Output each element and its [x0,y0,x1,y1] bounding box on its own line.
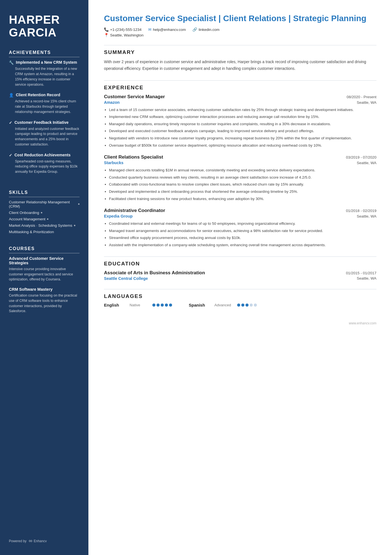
skill-item-1: Customer Relationship Management (CRM) [9,200,80,208]
bullet-1-5: Negotiated with vendors to introduce new… [109,135,376,141]
edu-header-1: Associate of Arts in Business Administra… [104,270,376,276]
edu-dates-1: 01/2015 - 01/2017 [346,271,376,275]
exp-bullets-2: Managed client accounts totalling $1M in… [104,167,376,202]
lang-dot-es-3 [245,304,249,307]
job-location-1: Seattle, WA [357,100,376,105]
achievements-title: ACHIEVEMENTS [9,50,80,57]
experience-heading: EXPERIENCE [104,85,376,91]
wrench-icon: 🔧 [9,60,14,65]
enhancv-logo: ∞ Enhancv [29,538,47,544]
achievement-title-1: 🔧 Implemented a New CRM System [9,60,80,65]
location-icon: 📍 [104,33,109,37]
bullet-3-4: Assisted with the implementation of a co… [109,242,376,248]
exp-header-3: Administrative Coordinator 01/2018 - 02/… [104,208,376,213]
job-location-2: Seattle, WA [357,161,376,165]
bullet-2-4: Developed and implemented a client onboa… [109,189,376,195]
resume-container: HARPER GARCIA ACHIEVEMENTS 🔧 Implemented… [0,0,392,555]
logo-text: Enhancv [34,539,47,543]
contact-email: ✉ help@enhancv.com [148,27,186,32]
job-dates-3: 01/2018 - 02/2019 [346,209,376,213]
main-content: Customer Service Specialist | Client Rel… [88,0,392,555]
person-icon: 👤 [9,93,14,97]
edu-school-row-1: Seattle Central College Seattle, WA [104,276,376,281]
bullet-2-3: Collaborated with cross-functional teams… [109,181,376,188]
resume-title: Customer Service Specialist | Client Rel… [104,13,376,23]
lang-dot-es-1 [237,304,240,307]
exp-item-3: Administrative Coordinator 01/2018 - 02/… [104,208,376,248]
job-title-3: Administrative Coordinator [104,208,165,213]
edu-school-1: Seattle Central College [104,276,148,281]
courses-section: COURSES Advanced Customer Service Strate… [9,246,80,319]
experience-divider [104,80,376,81]
lang-name-english: English [104,303,126,307]
job-title-2: Client Relations Specialist [104,154,163,160]
achievement-title-3: ✓ Customer Feedback Initiative [9,120,80,125]
name-line1: HARPER [9,13,60,26]
summary-section: SUMMARY With over 2 years of experience … [104,45,376,72]
bullet-1-3: Managed daily operations, ensuring timel… [109,121,376,127]
experience-section: EXPERIENCE Customer Service Manager 08/2… [104,80,376,248]
achievements-section: ACHIEVEMENTS 🔧 Implemented a New CRM Sys… [9,50,80,180]
achievement-item-4: ✓ Cost Reduction Achievements Spearheade… [9,153,80,174]
achievement-item-3: ✓ Customer Feedback Initiative Initiated… [9,120,80,147]
skill-item-4: Market Analysis · Scheduling Systems [9,223,80,228]
skill-item-3: Account Management [9,217,80,221]
contact-location: 📍 Seattle, Washington [104,33,376,37]
lang-dot-es-2 [241,304,244,307]
education-section: EDUCATION Associate of Arts in Business … [104,256,376,281]
edu-degree-1: Associate of Arts in Business Administra… [104,270,205,276]
powered-by-label: Powered by [9,539,26,543]
job-dates-1: 08/2020 - Present [347,95,376,99]
bullet-3-2: Managed travel arrangements and accommod… [109,228,376,234]
achievement-desc-4: Spearheaded cost-saving measures, reduci… [9,159,80,174]
achievement-item-1: 🔧 Implemented a New CRM System Successfu… [9,60,80,87]
bullet-3-1: Coordinated internal and external meetin… [109,221,376,227]
exp-header-1: Customer Service Manager 08/2020 - Prese… [104,94,376,100]
check-icon-2: ✓ [9,153,12,157]
check-icon-1: ✓ [9,120,12,125]
exp-bullets-3: Coordinated internal and external meetin… [104,221,376,248]
course-item-1: Advanced Customer Service Strategies Int… [9,256,80,282]
lang-dot-es-4 [250,304,253,307]
lang-dots-english [152,304,172,307]
languages-row: English Native Spanish Advanced [104,303,376,307]
lang-dot-es-5 [254,304,257,307]
skill-dot-2 [41,212,42,213]
skill-dot-1 [78,203,80,205]
languages-heading: LANGUAGES [104,293,376,299]
bullet-1-4: Developed and executed customer feedback… [109,128,376,134]
lang-dot-en-5 [169,304,172,307]
education-divider [104,256,376,257]
bullet-2-5: Facilitated client training sessions for… [109,196,376,202]
skill-dot-4 [74,225,75,226]
skills-section: SKILLS Customer Relationship Management … [9,190,80,236]
summary-heading: SUMMARY [104,49,376,55]
footer-website: www.enhancv.com [349,321,376,325]
course-item-2: CRM Software Mastery Certification cours… [9,287,80,314]
bullet-1-6: Oversaw budget of $500k for customer ser… [109,142,376,149]
bullet-3-3: Streamlined office supply procurement pr… [109,235,376,241]
bullet-2-2: Conducted quarterly business reviews wit… [109,174,376,181]
achievement-item-2: 👤 Client Retention Record Achieved a rec… [9,93,80,114]
skill-item-2: Client Onboarding [9,211,80,215]
languages-divider [104,289,376,289]
exp-bullets-1: Led a team of 15 customer service associ… [104,107,376,149]
lang-dots-spanish [237,304,257,307]
company-name-3: Expedia Group [104,214,133,218]
lang-name-spanish: Spanish [189,303,211,307]
skills-title: SKILLS [9,190,80,197]
contact-linkedin[interactable]: 🔗 linkedin.com [192,27,219,32]
sidebar-footer: Powered by ∞ Enhancv [9,532,80,544]
course-desc-2: Certification course focusing on the pra… [9,293,80,314]
company-row-3: Expedia Group Seattle, WA [104,214,376,218]
skill-dot-3 [47,218,48,220]
sidebar: HARPER GARCIA ACHIEVEMENTS 🔧 Implemented… [0,0,88,555]
achievement-title-2: 👤 Client Retention Record [9,93,80,97]
achievement-title-4: ✓ Cost Reduction Achievements [9,153,80,157]
summary-divider [104,45,376,45]
achievement-desc-1: Successfully led the integration of a ne… [9,66,80,87]
edu-location-1: Seattle, WA [357,276,376,281]
lang-dot-en-2 [157,304,160,307]
languages-section: LANGUAGES English Native Spanis [104,289,376,307]
achievement-desc-2: Achieved a record-low 15% client churn r… [9,99,80,114]
